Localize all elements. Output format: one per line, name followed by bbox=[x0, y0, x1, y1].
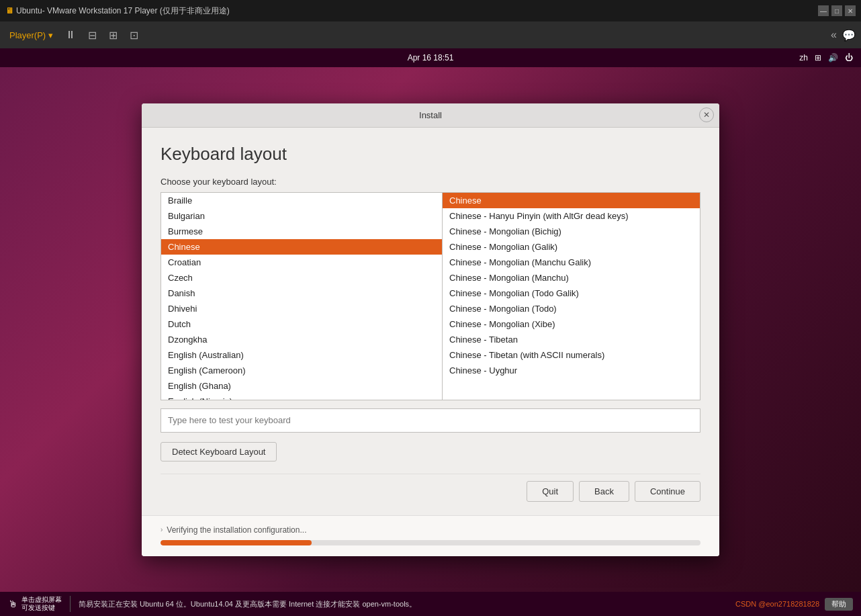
variant-item[interactable]: Chinese - Mongolian (Xibe) bbox=[443, 316, 700, 332]
verifying-area: › Verifying the installation configurati… bbox=[142, 515, 719, 556]
page-title: Keyboard layout bbox=[161, 144, 700, 165]
variant-item[interactable]: Chinese - Mongolian (Bichig) bbox=[443, 224, 700, 239]
list-item[interactable]: Dzongkha bbox=[161, 332, 442, 347]
variant-item[interactable]: Chinese - Mongolian (Manchu) bbox=[443, 270, 700, 285]
progress-bar bbox=[161, 540, 700, 545]
continue-button[interactable]: Continue bbox=[635, 481, 700, 502]
mouse-icon: 🖱 bbox=[8, 599, 17, 609]
ubuntu-bottombar: 🖱 单击虚拟屏幕 可发送按键 简易安装正在安装 Ubuntu 64 位。Ubun… bbox=[0, 592, 861, 616]
topbar-network-icon[interactable]: ⊞ bbox=[815, 53, 821, 62]
list-item[interactable]: Braille bbox=[161, 193, 442, 208]
vmware-titlebar: 🖥 Ubuntu- VMware Workstation 17 Player (… bbox=[0, 0, 861, 21]
topbar-datetime: Apr 16 18:51 bbox=[408, 53, 454, 62]
bottombar-middle: 简易安装正在安装 Ubuntu 64 位。Ubuntu14.04 及更高版本需要… bbox=[79, 599, 727, 609]
variant-item-selected[interactable]: Chinese bbox=[443, 193, 700, 208]
topbar-right: zh ⊞ 🔊 ⏻ bbox=[799, 48, 853, 67]
list-item[interactable]: English (Ghana) bbox=[161, 378, 442, 394]
list-item[interactable]: Burmese bbox=[161, 224, 442, 239]
ubuntu-topbar: Apr 16 18:51 zh ⊞ 🔊 ⏻ bbox=[0, 48, 861, 67]
language-list[interactable]: Braille Bulgarian Burmese Chinese Croati… bbox=[161, 192, 443, 400]
variant-list[interactable]: Chinese Chinese - Hanyu Pinyin (with Alt… bbox=[443, 192, 700, 400]
csdn-text: CSDN @eon2718281828 bbox=[735, 600, 819, 608]
list-item[interactable]: Czech bbox=[161, 270, 442, 285]
list-item[interactable]: Danish bbox=[161, 285, 442, 301]
list-item[interactable]: English (Australian) bbox=[161, 347, 442, 363]
detect-keyboard-layout-button[interactable]: Detect Keyboard Layout bbox=[161, 442, 277, 461]
help-button[interactable]: 帮助 bbox=[825, 598, 853, 611]
pause-button[interactable]: ⏸ bbox=[61, 26, 80, 44]
list-item[interactable]: Croatian bbox=[161, 255, 442, 270]
layout-lists: Braille Bulgarian Burmese Chinese Croati… bbox=[161, 192, 700, 400]
close-button[interactable]: ✕ bbox=[845, 5, 856, 16]
progress-bar-fill bbox=[161, 540, 312, 545]
list-item-selected[interactable]: Chinese bbox=[161, 239, 442, 255]
verifying-text: Verifying the installation configuration… bbox=[167, 525, 306, 535]
list-item[interactable]: English (Nigeria) bbox=[161, 394, 442, 400]
desktop: Install ✕ Keyboard layout Choose your ke… bbox=[0, 67, 861, 592]
variant-item[interactable]: Chinese - Tibetan (with ASCII numerals) bbox=[443, 347, 700, 363]
restore-button[interactable]: □ bbox=[831, 5, 842, 16]
topbar-lang[interactable]: zh bbox=[799, 53, 808, 62]
vmware-title-text: Ubuntu- VMware Workstation 17 Player (仅用… bbox=[16, 5, 230, 17]
bottombar-left-text: 单击虚拟屏幕 可发送按键 bbox=[21, 596, 62, 612]
toolbar-btn3[interactable]: ⊞ bbox=[105, 26, 122, 44]
dialog-footer: Quit Back Continue bbox=[161, 474, 700, 502]
toolbar-btn2[interactable]: ⊟ bbox=[84, 26, 101, 44]
minimize-button[interactable]: — bbox=[818, 5, 829, 16]
choose-label: Choose your keyboard layout: bbox=[161, 177, 700, 187]
topbar-power-icon[interactable]: ⏻ bbox=[845, 53, 853, 62]
keyboard-test-input[interactable] bbox=[161, 408, 700, 433]
list-item[interactable]: Dutch bbox=[161, 316, 442, 332]
toolbar-back-icon[interactable]: « bbox=[831, 29, 837, 41]
bottombar-left: 🖱 单击虚拟屏幕 可发送按键 bbox=[8, 596, 71, 612]
bottombar-right: CSDN @eon2718281828 帮助 bbox=[735, 598, 853, 611]
list-item[interactable]: Dhivehi bbox=[161, 301, 442, 316]
topbar-volume-icon[interactable]: 🔊 bbox=[828, 53, 838, 62]
vmware-toolbar: Player(P) ▾ ⏸ ⊟ ⊞ ⊡ « 💬 bbox=[0, 21, 861, 48]
variant-item[interactable]: Chinese - Mongolian (Galik) bbox=[443, 239, 700, 255]
list-item[interactable]: Bulgarian bbox=[161, 208, 442, 224]
variant-item[interactable]: Chinese - Hanyu Pinyin (with AltGr dead … bbox=[443, 208, 700, 224]
quit-button[interactable]: Quit bbox=[527, 481, 574, 502]
dialog-content: Keyboard layout Choose your keyboard lay… bbox=[142, 128, 719, 515]
variant-item[interactable]: Chinese - Tibetan bbox=[443, 332, 700, 347]
variant-item[interactable]: Chinese - Uyghur bbox=[443, 363, 700, 378]
toolbar-btn4[interactable]: ⊡ bbox=[126, 26, 142, 44]
variant-item[interactable]: Chinese - Mongolian (Manchu Galik) bbox=[443, 255, 700, 270]
dialog-titlebar: Install ✕ bbox=[142, 103, 719, 128]
toolbar-chat-icon[interactable]: 💬 bbox=[842, 29, 856, 42]
dialog-close-button[interactable]: ✕ bbox=[699, 107, 714, 122]
player-menu-button[interactable]: Player(P) ▾ bbox=[5, 28, 57, 43]
list-item[interactable]: English (Cameroon) bbox=[161, 363, 442, 378]
verifying-text-row: › Verifying the installation configurati… bbox=[161, 525, 700, 535]
back-button[interactable]: Back bbox=[579, 481, 629, 502]
verifying-arrow-icon: › bbox=[161, 526, 163, 533]
toolbar-right: « 💬 bbox=[831, 29, 856, 42]
variant-item[interactable]: Chinese - Mongolian (Todo Galik) bbox=[443, 285, 700, 301]
install-dialog: Install ✕ Keyboard layout Choose your ke… bbox=[142, 103, 719, 556]
vmware-logo: 🖥 bbox=[5, 6, 13, 15]
window-controls: — □ ✕ bbox=[818, 0, 856, 21]
variant-item[interactable]: Chinese - Mongolian (Todo) bbox=[443, 301, 700, 316]
dialog-title: Install bbox=[419, 110, 442, 120]
